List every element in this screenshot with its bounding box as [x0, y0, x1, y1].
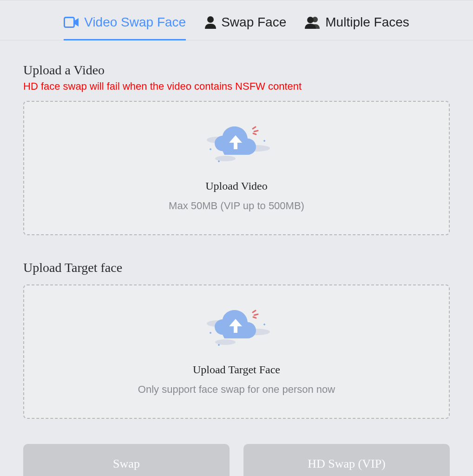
tabs-bar: Video Swap Face Swap Face Multiple Faces: [0, 2, 473, 40]
upload-face-drop-title: Upload Target Face: [193, 364, 280, 376]
svg-point-6: [215, 156, 236, 161]
upload-video-dropzone[interactable]: Upload Video Max 50MB (VIP up to 500MB): [23, 101, 450, 235]
upload-video-drop-title: Upload Video: [205, 180, 267, 192]
svg-point-3: [307, 17, 314, 23]
tab-swap-face[interactable]: Swap Face: [204, 15, 286, 40]
cloud-upload-icon: [199, 122, 274, 167]
upload-video-drop-sub: Max 50MB (VIP up to 500MB): [169, 200, 304, 212]
tab-label: Video Swap Face: [84, 15, 186, 30]
person-icon: [204, 16, 217, 29]
swap-button[interactable]: Swap: [23, 444, 230, 476]
upload-face-title: Upload Target face: [23, 260, 450, 275]
tab-multiple-faces[interactable]: Multiple Faces: [305, 15, 409, 40]
svg-rect-0: [65, 18, 74, 27]
svg-point-1: [207, 16, 214, 23]
tab-label: Swap Face: [221, 15, 286, 30]
hd-swap-button[interactable]: HD Swap (VIP): [243, 444, 450, 476]
cloud-upload-icon: [199, 306, 274, 350]
tab-label: Multiple Faces: [325, 15, 409, 30]
svg-point-11: [210, 332, 211, 334]
upload-face-dropzone[interactable]: Upload Target Face Only support face swa…: [23, 284, 450, 419]
upload-face-drop-sub: Only support face swap for one person no…: [138, 383, 335, 396]
svg-point-7: [210, 148, 211, 150]
upload-video-title: Upload a Video: [23, 63, 450, 78]
nsfw-warning: HD face swap will fail when the video co…: [23, 80, 450, 93]
tab-video-swap-face[interactable]: Video Swap Face: [64, 15, 186, 40]
people-icon: [305, 16, 321, 29]
video-camera-icon: [64, 17, 79, 28]
svg-point-10: [215, 339, 236, 345]
